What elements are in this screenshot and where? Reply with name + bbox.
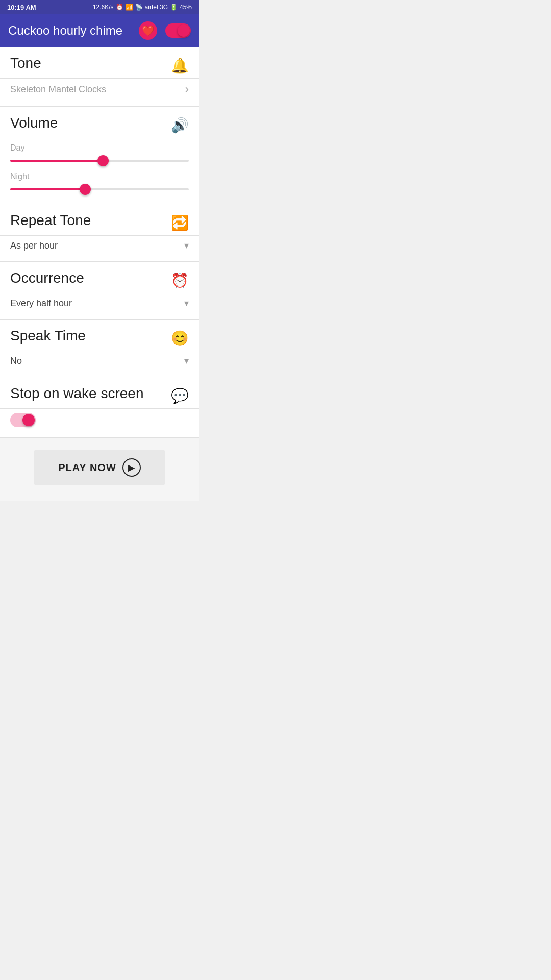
content: Tone 🔔 Skeleton Mantel Clocks › Volume 🔊… (0, 47, 199, 501)
repeat-tone-section: Repeat Tone 🔁 As per hour ▾ (0, 204, 199, 262)
status-bar: 10:19 AM 12.6K/s ⏰ 📶 📡 airtel 3G 🔋 45% (0, 0, 199, 14)
occurrence-title: Occurrence (10, 270, 84, 286)
alarm-icon: ⏰ (171, 272, 189, 289)
night-label: Night (10, 172, 189, 181)
occurrence-dropdown[interactable]: Every half hour ▾ (10, 293, 189, 311)
speak-time-value: No (10, 356, 22, 366)
volume-icon: 🔊 (171, 117, 189, 134)
night-slider-track (10, 188, 189, 190)
tone-value-row[interactable]: Skeleton Mantel Clocks › (10, 79, 189, 98)
occurrence-header: Occurrence ⏰ (10, 270, 189, 289)
chat-icon: 💬 (171, 387, 189, 404)
night-slider-thumb[interactable] (80, 184, 91, 195)
speak-chevron-icon: ▾ (184, 355, 189, 366)
speak-time-section: Speak Time 😊 No ▾ (0, 320, 199, 377)
tone-header: Tone 🔔 (10, 55, 189, 74)
occurrence-chevron-icon: ▾ (184, 298, 189, 309)
main-toggle[interactable] (165, 23, 191, 38)
repeat-tone-title: Repeat Tone (10, 212, 91, 229)
status-signal-icon: 📡 (135, 4, 143, 11)
occurrence-value: Every half hour (10, 298, 72, 309)
status-speed: 12.6K/s (93, 4, 114, 11)
face-icon: 😊 (171, 330, 189, 347)
app-bar: Cuckoo hourly chime ❤️ (0, 14, 199, 47)
day-volume-slider[interactable] (10, 155, 189, 167)
day-label: Day (10, 143, 189, 153)
play-now-button[interactable]: PLAY NOW ▶ (34, 450, 165, 485)
speak-time-dropdown[interactable]: No ▾ (10, 351, 189, 369)
repeat-tone-dropdown[interactable]: As per hour ▾ (10, 236, 189, 253)
tone-title: Tone (10, 55, 41, 71)
volume-title: Volume (10, 115, 58, 131)
play-circle-icon: ▶ (122, 458, 141, 477)
repeat-tone-header: Repeat Tone 🔁 (10, 212, 189, 231)
volume-section: Volume 🔊 Day Night (0, 107, 199, 204)
stop-wake-toggle[interactable] (10, 413, 36, 427)
volume-header: Volume 🔊 (10, 115, 189, 134)
volume-divider (0, 138, 199, 138)
chevron-right-icon: › (185, 83, 189, 96)
repeat-icon: 🔁 (171, 214, 189, 231)
stop-wake-thumb (22, 414, 35, 426)
status-right: 12.6K/s ⏰ 📶 📡 airtel 3G 🔋 45% (93, 4, 192, 11)
favorite-button[interactable]: ❤️ (139, 21, 157, 40)
play-now-label: PLAY NOW (58, 462, 116, 474)
bell-icon: 🔔 (171, 57, 189, 74)
speak-time-title: Speak Time (10, 328, 86, 344)
stop-wake-section: Stop on wake screen 💬 (0, 377, 199, 438)
repeat-chevron-icon: ▾ (184, 240, 189, 251)
stop-wake-toggle-row (10, 409, 189, 429)
status-battery-icon: 🔋 (170, 4, 178, 11)
stop-wake-title: Stop on wake screen (10, 385, 144, 402)
play-area: PLAY NOW ▶ (0, 438, 199, 501)
speak-time-header: Speak Time 😊 (10, 328, 189, 347)
app-title: Cuckoo hourly chime (8, 23, 122, 38)
night-slider-fill (10, 188, 85, 190)
repeat-tone-value: As per hour (10, 240, 58, 251)
status-time: 10:19 AM (7, 4, 36, 11)
status-battery: 45% (180, 4, 192, 11)
status-wifi-icon: 📶 (126, 4, 133, 11)
day-slider-thumb[interactable] (97, 155, 109, 166)
tone-section: Tone 🔔 Skeleton Mantel Clocks › (0, 47, 199, 107)
day-slider-track (10, 160, 189, 162)
tone-value: Skeleton Mantel Clocks (10, 84, 106, 95)
day-slider-fill (10, 160, 103, 162)
status-alarm-icon: ⏰ (116, 4, 123, 11)
status-carrier: airtel 3G (145, 4, 168, 11)
app-bar-actions: ❤️ (139, 21, 191, 40)
stop-wake-header: Stop on wake screen 💬 (10, 385, 189, 404)
night-volume-slider[interactable] (10, 183, 189, 195)
occurrence-section: Occurrence ⏰ Every half hour ▾ (0, 262, 199, 320)
